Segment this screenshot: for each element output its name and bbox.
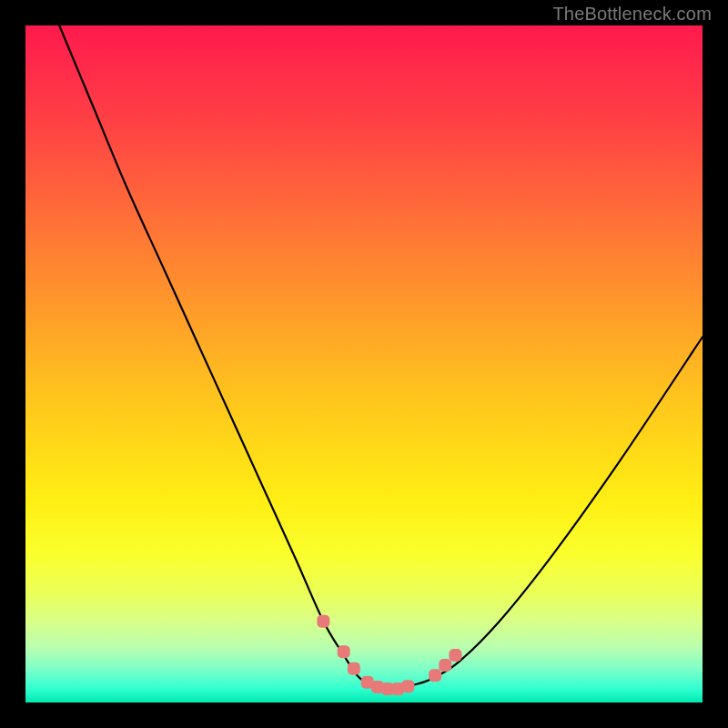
marker-layer bbox=[317, 615, 461, 695]
bottleneck-curve bbox=[59, 25, 703, 690]
marker-left-cluster-3 bbox=[348, 662, 360, 675]
chart-frame: TheBottleneck.com bbox=[0, 0, 728, 728]
marker-right-cluster-3 bbox=[449, 649, 461, 662]
marker-left-cluster-2 bbox=[338, 645, 350, 658]
curve-layer bbox=[59, 25, 703, 690]
marker-right-cluster-1 bbox=[429, 669, 441, 682]
plot-area bbox=[25, 25, 703, 703]
marker-right-cluster-2 bbox=[439, 659, 451, 672]
watermark-text: TheBottleneck.com bbox=[552, 4, 712, 25]
marker-left-cluster-1 bbox=[317, 615, 329, 628]
chart-svg bbox=[25, 25, 703, 703]
marker-trough-5 bbox=[401, 680, 414, 693]
